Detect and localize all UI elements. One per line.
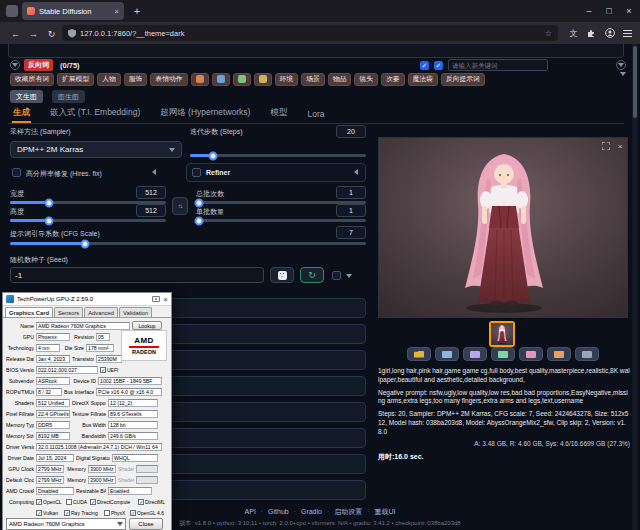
close-gallery-icon[interactable]: × <box>614 140 626 152</box>
new-tab-button[interactable]: + <box>130 4 144 18</box>
batch-count-input[interactable]: 1 <box>336 186 366 199</box>
refiner-collapse-icon[interactable] <box>354 169 358 175</box>
footer-link-4[interactable]: 重载UI <box>374 508 395 515</box>
gpuz-close-icon[interactable]: × <box>163 295 168 304</box>
forward-button[interactable]: → <box>26 26 41 41</box>
toolbar-item-5[interactable] <box>191 73 209 86</box>
toolbar-item-0[interactable]: 收藏所有词 <box>10 73 54 86</box>
toolbar-item-1[interactable]: 扩展模型 <box>57 73 94 86</box>
menu-icon[interactable] <box>620 25 635 41</box>
toolbar-item-2[interactable]: 人物 <box>97 73 121 86</box>
footer-link-0[interactable]: API <box>245 508 256 515</box>
toolbar-item-4[interactable]: 表情动作 <box>150 73 187 86</box>
open-settings-button[interactable] <box>575 347 599 361</box>
new-keyword-input[interactable] <box>448 59 548 71</box>
send-to-extras-button[interactable] <box>547 347 571 361</box>
cfg-scale-slider[interactable] <box>10 242 366 245</box>
height-input[interactable]: 512 <box>136 204 166 217</box>
gpuz-checkbox[interactable]: ✓Vulkan <box>36 510 62 516</box>
toolbar-item-12[interactable]: 镜头 <box>354 73 378 86</box>
steps-input[interactable]: 20 <box>336 125 366 138</box>
reuse-seed-button[interactable]: ↻ <box>300 267 324 283</box>
tab-2[interactable]: 超网络 (Hypernetworks) <box>159 105 251 123</box>
gallery-thumbnail[interactable] <box>489 321 515 347</box>
gpuz-window[interactable]: TechPowerUp GPU-Z 2.59.0 × Graphics Card… <box>2 292 172 530</box>
gpuz-tab-1[interactable]: Sensors <box>54 307 83 317</box>
lookup-button[interactable]: Lookup <box>132 321 162 330</box>
send-tab-txt2img[interactable]: 文生图 <box>10 90 43 103</box>
gpuz-tab-0[interactable]: Graphics Card <box>5 307 53 317</box>
collapse-circle-icon[interactable] <box>10 60 20 70</box>
toolbar-item-14[interactable]: 魔法袋 <box>408 73 438 86</box>
tab-0[interactable]: 生成 <box>12 105 31 123</box>
window-close-button[interactable]: × <box>620 0 638 22</box>
refiner-checkbox[interactable] <box>192 168 201 177</box>
steps-slider[interactable] <box>190 154 366 157</box>
swap-dimensions-button[interactable]: ↑↓ <box>172 197 188 215</box>
batch-size-slider[interactable] <box>196 219 366 222</box>
seed-input[interactable] <box>10 267 264 283</box>
screenshot-camera-icon[interactable] <box>152 296 160 302</box>
browser-tab[interactable]: Stable Diffusion × <box>22 2 124 20</box>
gpuz-checkbox[interactable]: ✓Ray Tracing <box>64 510 102 516</box>
profile-icon[interactable] <box>602 25 617 41</box>
window-maximize-button[interactable]: □ <box>600 0 618 22</box>
gpuz-tab-3[interactable]: Validation <box>119 307 152 317</box>
send-to-img2img-button[interactable] <box>491 347 515 361</box>
save-zip-button[interactable] <box>463 347 487 361</box>
gpuz-checkbox[interactable]: ✓DirectCompute <box>90 499 136 505</box>
toolbar-item-7[interactable] <box>233 73 251 86</box>
url-bar[interactable]: 127.0.0.1:7860/?__theme=dark ☆ <box>62 25 558 41</box>
generated-image[interactable] <box>378 137 628 318</box>
bookmark-star-icon[interactable]: ☆ <box>545 29 552 38</box>
seed-extra-checkbox[interactable] <box>332 271 341 280</box>
footer-link-1[interactable]: Github <box>268 508 289 515</box>
toolbar-item-10[interactable]: 场景 <box>301 73 325 86</box>
firefox-view-icon[interactable] <box>6 5 18 17</box>
save-button[interactable] <box>435 347 459 361</box>
gpuz-checkbox[interactable]: ✓OpenCL <box>36 499 64 505</box>
negative-prompt-textarea[interactable] <box>8 44 624 58</box>
footer-link-3[interactable]: 启动设置 <box>334 508 362 515</box>
gpuz-checkbox[interactable]: ✓UEFI <box>100 367 134 373</box>
translate-icon[interactable]: 文 <box>566 25 581 41</box>
gpuz-device-select[interactable]: AMD Radeon 760M Graphics <box>6 518 126 530</box>
random-seed-button[interactable] <box>270 267 294 283</box>
gpuz-checkbox[interactable]: ✓DirectML <box>138 499 170 505</box>
tagger-settings-icon[interactable] <box>616 60 626 70</box>
sampler-dropdown[interactable]: DPM++ 2M Karras <box>10 141 182 158</box>
height-slider[interactable] <box>10 219 166 222</box>
reload-button[interactable]: ↻ <box>44 26 59 41</box>
shield-icon[interactable] <box>68 29 76 38</box>
window-minimize-button[interactable]: – <box>580 0 598 22</box>
toolbar-item-6[interactable] <box>212 73 230 86</box>
gpuz-checkbox[interactable]: ✓OpenGL 4.6 <box>130 510 170 516</box>
gpuz-tab-2[interactable]: Advanced <box>84 307 118 317</box>
batch-size-input[interactable]: 1 <box>336 204 366 217</box>
tab-3[interactable]: 模型 <box>269 105 288 123</box>
gpuz-checkbox[interactable]: CUDA <box>66 499 88 505</box>
toolbar-chevron-down-icon[interactable] <box>620 76 626 94</box>
toolbar-item-11[interactable]: 物品 <box>328 73 352 86</box>
toolbar-item-3[interactable]: 服饰 <box>124 73 148 86</box>
fullscreen-icon[interactable] <box>600 140 612 152</box>
tab-4[interactable]: Lora <box>306 107 325 123</box>
tagger-checkbox-1[interactable]: ✓ <box>420 61 429 70</box>
tagger-checkbox-2[interactable]: ✓ <box>434 61 443 70</box>
tab-1[interactable]: 嵌入式 (T.I. Embedding) <box>49 105 141 123</box>
send-tab-img2img[interactable]: 图生图 <box>52 90 85 103</box>
extensions-icon[interactable] <box>584 25 599 41</box>
toolbar-item-15[interactable]: 反向提示词 <box>441 73 485 86</box>
toolbar-item-9[interactable]: 环境 <box>275 73 299 86</box>
send-to-inpaint-button[interactable] <box>519 347 543 361</box>
hires-collapse-icon[interactable] <box>152 169 156 175</box>
toolbar-item-13[interactable]: 次要 <box>381 73 405 86</box>
hires-fix-checkbox[interactable] <box>12 168 21 177</box>
open-folder-button[interactable] <box>407 347 431 361</box>
back-button[interactable]: ← <box>8 26 23 41</box>
toolbar-item-8[interactable] <box>254 73 272 86</box>
width-input[interactable]: 512 <box>136 186 166 199</box>
gpuz-title-bar[interactable]: TechPowerUp GPU-Z 2.59.0 × <box>3 293 171 306</box>
page-scrollbar-thumb[interactable] <box>633 46 637 118</box>
footer-link-2[interactable]: Gradio <box>301 508 322 515</box>
